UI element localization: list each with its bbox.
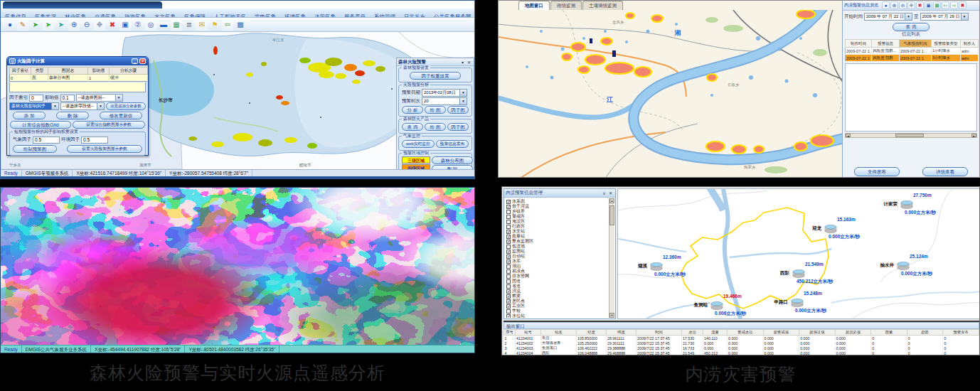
overview-map-icon[interactable]: ▩ [235,19,246,31]
layer-item[interactable]: 学校 [506,309,609,314]
layer-select[interactable]: --请选择图层-- [76,94,123,102]
layer-checkbox[interactable] [506,264,511,269]
layer-item[interactable]: 易涝点 [506,269,609,274]
query-button[interactable]: 查 询 [893,23,930,31]
layer-item[interactable]: 水系面 [506,199,609,204]
layer-item[interactable]: 桥梁 [506,294,609,299]
display-param-button[interactable]: 设置综合指数图显示参数 [73,121,145,129]
scroll-right-icon[interactable]: ▶ [971,134,976,137]
warning-date-select[interactable]: 2013年02月08日 [422,89,467,97]
index-field[interactable]: 0 [29,95,43,102]
print-icon[interactable]: ≣ [183,19,195,31]
full-extent-icon[interactable]: ▣ [925,1,932,9]
menu-item[interactable]: 雷电气象 [250,13,280,18]
column-header[interactable]: 时间 [637,330,682,336]
menu-item[interactable]: 交通气象 [90,13,120,18]
close-icon[interactable]: ✕ [607,191,614,196]
table-row[interactable]: 441234004西彭106.04888829.4688882009/7/22 … [504,350,979,355]
menu-item[interactable]: 环境气象 [280,13,310,18]
fire-risk-map[interactable]: 长沙市平江县宁乡县湘潭市醴陵市 ▤ 火险因子计算 ▁ ✕ 因子索引类型图层名影响… [1,32,475,169]
table-row[interactable]: 241234002大胡保水库105.25000029.3011112009/7/… [504,341,979,346]
layer-checkbox[interactable] [506,245,511,249]
mail-icon[interactable]: ✉ [196,19,208,31]
analysis-button[interactable]: 分 析 [402,106,423,114]
layer-item[interactable]: 河流 [506,289,609,294]
flag-pin-icon[interactable]: ⚑ [209,19,220,31]
zoom-in-icon[interactable]: ⊕ [890,1,898,9]
globe-icon[interactable]: ● [882,1,890,9]
layer-checkbox[interactable] [506,220,511,224]
layer-item[interactable]: 水位站 [506,314,609,318]
product-button[interactable]: 查 询 [402,123,423,131]
collapse-icon[interactable]: ∨ [601,191,607,196]
image-export-icon[interactable]: ▦ [933,1,941,9]
factor-select[interactable]: 森林火险影响因子 [9,102,59,110]
menu-item[interactable]: 服务产品 [340,13,370,18]
layer-checkbox[interactable] [506,269,511,274]
menu-item[interactable]: 日常发布 [400,13,430,18]
menu-item[interactable]: 公共气象服务网 [430,13,474,18]
table-row[interactable]: 0面森林分布图1缓冲 [10,75,148,82]
close-icon[interactable]: ✕ [139,58,146,64]
column-header[interactable]: 趋势 [907,330,943,336]
column-header[interactable]: 因子索引 [10,68,31,75]
layer-item[interactable]: 水文站 [506,229,609,234]
file-publish-button[interactable]: 文件发布 [854,167,900,176]
back-icon[interactable]: ⇦ [222,19,233,31]
layer-item[interactable]: 自动站 [506,254,609,259]
column-header[interactable]: 站名 [541,330,577,336]
minimize-icon[interactable]: ▁ [132,58,138,64]
monitor-button[interactable]: web实时监控 [402,140,435,148]
start-date-picker[interactable]: 2009 年 07 月 22 日 [864,13,912,21]
add-button[interactable]: 添 加 [13,112,46,119]
dialog-title-bar[interactable]: ▤ 火险因子计算 ▁ ✕ [7,57,148,65]
close-icon[interactable]: ✖ [959,1,966,9]
column-header[interactable]: 流量 [703,330,728,336]
close-icon[interactable]: ✕ [466,60,472,65]
column-header[interactable]: 预警雨量类型 [932,40,961,48]
layer-item[interactable]: 低洼地 [506,244,609,249]
layer-checkbox[interactable] [506,250,511,254]
scalebar-icon[interactable]: ▬ [158,19,169,31]
full-extent-icon[interactable]: ▣ [119,19,131,31]
window-icon[interactable]: ② [132,19,144,31]
column-header[interactable]: 超历史值 [835,330,871,336]
menu-item[interactable]: 决策气象 [310,13,340,18]
monitor-button[interactable]: 预警信息发布 [436,140,469,148]
column-header[interactable]: 经度 [577,330,607,336]
stop-icon[interactable]: ✖ [916,1,924,9]
table-row[interactable]: 341234003鱼洞溪口106.46222229.3888882009/7/2… [504,346,979,350]
cylinder-gauge-icon[interactable] [789,299,805,307]
menu-item[interactable]: 人工影响天气 [210,13,250,18]
layer-checkbox[interactable] [506,294,511,299]
draw-warning-button[interactable]: 绘制预警图 [13,145,57,153]
identify-icon[interactable]: ◎ [145,19,156,31]
layer-checkbox[interactable] [506,215,511,219]
layer-item[interactable]: 湖泊 [506,264,609,269]
weather-factor-field[interactable]: 0.5 [33,136,60,144]
station-data-table[interactable]: 序号站号站名经度纬度时间水位流量警戒水位超警戒值超保证值超历史值雨量趋势预警发布… [504,329,979,355]
column-header[interactable]: 预警发布 [943,330,979,336]
analysis-button[interactable]: 因子图 [447,106,469,114]
layer-item[interactable]: 乡镇界 [506,209,609,214]
layer-item[interactable]: 监测站 [506,249,609,254]
layer-item[interactable]: 警戒区 [506,214,609,219]
layer-checkbox[interactable] [506,205,511,209]
column-header[interactable]: 水位 [682,330,703,336]
column-header[interactable]: 制作时间 [846,40,872,48]
calc-index-button[interactable]: 计算综合指数Grid [10,121,71,129]
column-header[interactable]: 纬度 [607,330,637,336]
layer-checkbox[interactable] [506,230,511,234]
pan-icon[interactable]: ✥ [907,1,915,9]
env-factor-field[interactable]: 0.5 [81,136,108,144]
factor-weight-button[interactable]: 因子权重设置 [410,72,461,80]
set-param-button[interactable]: 设置添加分析参数 [106,102,146,110]
layer-vscrollbar[interactable]: ▲ ▼ [609,198,614,318]
layer-item[interactable]: 水库 [506,259,609,264]
delete-icon[interactable]: ✖ [107,19,118,31]
layer-checkbox[interactable] [506,299,511,304]
menu-item[interactable]: 气象信息 [1,13,31,18]
station-map[interactable]: 计家荣 27.750m 0.000立方米/秒 迎龙 15.163m 0.000立… [617,188,980,319]
fly-east-icon[interactable]: ➤ [43,19,54,31]
menu-item[interactable]: 气象保障 [180,13,210,18]
